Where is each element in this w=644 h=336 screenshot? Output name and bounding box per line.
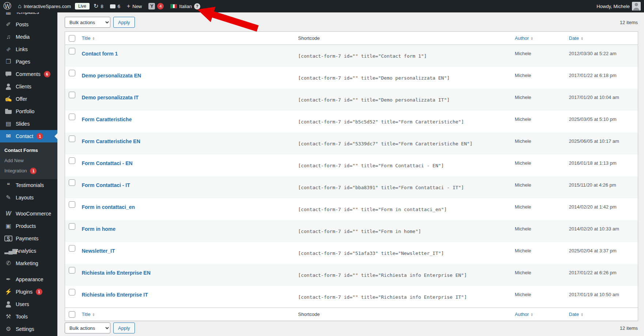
sidebar-item-marketing[interactable]: ✆Marketing — [0, 257, 57, 270]
sidebar-item-payments[interactable]: $Payments — [0, 232, 57, 245]
select-all-checkbox-top[interactable] — [69, 35, 75, 42]
sort-by-date-header[interactable]: Date ▲▼ — [569, 35, 583, 41]
table-row: Form Contattaci - EN[contact-form-7 id="… — [65, 154, 638, 176]
form-title-link[interactable]: Form in home — [82, 226, 116, 232]
submenu-item-add-new[interactable]: Add New — [0, 156, 57, 166]
author-text: Michele — [511, 45, 565, 67]
media-icon: ♫ — [4, 34, 12, 40]
sort-by-date-footer[interactable]: Date ▲▼ — [569, 312, 583, 317]
form-title-link[interactable]: Richiesta info Enterprise EN — [82, 270, 151, 276]
home-icon: ⌂ — [18, 3, 22, 9]
submenu-item-integration[interactable]: Integration1 — [0, 166, 57, 176]
language-help-badge[interactable]: ? — [194, 3, 200, 9]
apply-button-bottom[interactable]: Apply — [113, 322, 135, 333]
seo-notifications[interactable]: Y 4 — [145, 0, 167, 12]
account-menu[interactable]: Howdy, Michele — [593, 0, 644, 12]
sidebar-item-label: Layouts — [16, 195, 34, 201]
sidebar-item-plugins[interactable]: ⚡Plugins1 — [0, 286, 57, 298]
form-title-link[interactable]: Form in contattaci_en — [82, 204, 135, 210]
sidebar-item-appearance[interactable]: ✒Appearance — [0, 273, 57, 286]
sort-arrows-icon: ▲▼ — [531, 37, 533, 40]
row-checkbox[interactable] — [69, 92, 75, 98]
comments-link[interactable]: 6 — [107, 0, 124, 12]
date-text: 2014/02/20 at 1:42 pm — [565, 198, 638, 220]
notification-badge: 1 — [37, 133, 43, 140]
bulk-actions-select-top[interactable]: Bulk actions — [65, 17, 110, 28]
menu-separator — [0, 270, 57, 273]
sidebar-item-slides[interactable]: ▤Slides — [0, 118, 57, 130]
sidebar-item-products[interactable]: ▣Products — [0, 220, 57, 232]
form-title-link[interactable]: Form Caratteristiche EN — [82, 138, 140, 144]
sort-arrows-icon: ▲▼ — [92, 37, 95, 40]
row-checkbox[interactable] — [69, 48, 75, 54]
row-checkbox[interactable] — [69, 201, 75, 208]
sidebar-item-users[interactable]: Users — [0, 298, 57, 310]
sidebar-item-clients[interactable]: Clients — [0, 80, 57, 93]
sidebar-item-comments[interactable]: Comments6 — [0, 68, 57, 80]
sidebar-item-offer[interactable]: ✍Offer — [0, 93, 57, 105]
author-text: Michele — [511, 286, 565, 308]
sort-by-author-footer[interactable]: Author ▲▼ — [515, 312, 533, 317]
form-title-link[interactable]: Richiesta info Enterprise IT — [82, 292, 148, 298]
form-title-link[interactable]: Newsletter_IT — [82, 248, 115, 254]
sidebar-item-woocommerce[interactable]: WWooCommerce — [0, 207, 57, 220]
author-column-label: Author — [515, 35, 529, 41]
form-title-link[interactable]: Demo personalizzata IT — [82, 95, 139, 100]
date-text: 2016/01/18 at 1:13 pm — [565, 154, 638, 176]
row-checkbox[interactable] — [69, 267, 75, 274]
row-checkbox[interactable] — [69, 245, 75, 252]
sidebar-item-portfolio[interactable]: Portfolio — [0, 105, 57, 118]
language-switcher[interactable]: Italian ? — [167, 0, 204, 12]
sort-by-author-header[interactable]: Author ▲▼ — [515, 35, 533, 41]
sidebar-item-links[interactable]: ∞Links — [0, 43, 57, 56]
bulk-actions-select-bottom[interactable]: Bulk actions — [65, 322, 110, 333]
row-checkbox[interactable] — [69, 70, 75, 76]
site-name-link[interactable]: ⌂ InteractiveSpares.com — [15, 0, 74, 12]
admin-bar: Ⓦ ⌂ InteractiveSpares.com Live ↻ 8 6 + N… — [0, 0, 644, 12]
form-title-link[interactable]: Contact form 1 — [82, 51, 118, 57]
contact-forms-list-page: Bulk actions Apply 12 items Title ▲▼ Sho… — [57, 12, 644, 336]
sidebar-item-label: Analytics — [16, 248, 36, 254]
sidebar-item-label: Appearance — [16, 276, 43, 282]
updates-link[interactable]: ↻ 8 — [90, 0, 107, 12]
form-title-link[interactable]: Form Caratteristiche — [82, 117, 132, 122]
shortcode-text: [contact-form-7 id="" title="Demo person… — [295, 89, 511, 111]
form-title-link[interactable]: Form Contattaci - IT — [82, 182, 130, 188]
sidebar-item-label: Slides — [16, 121, 30, 127]
sort-arrows-icon: ▲▼ — [581, 37, 583, 40]
sidebar-item-media[interactable]: ♫Media — [0, 31, 57, 43]
row-checkbox[interactable] — [69, 135, 75, 142]
row-checkbox[interactable] — [69, 289, 75, 295]
sidebar-item-testimonials[interactable]: ❝Testimonials — [0, 179, 57, 191]
row-checkbox[interactable] — [69, 157, 75, 164]
sidebar-item-settings[interactable]: ⚙Settings — [0, 323, 57, 335]
sort-by-title-footer[interactable]: Title ▲▼ — [82, 312, 95, 317]
site-name: InteractiveSpares.com — [24, 4, 71, 9]
megaphone-icon: ✆ — [4, 260, 12, 266]
sidebar-item-posts[interactable]: ✐Posts — [0, 18, 57, 31]
sidebar-item-label: Links — [16, 46, 28, 52]
sort-by-title-header[interactable]: Title ▲▼ — [82, 35, 95, 41]
sidebar-item-label: Users — [16, 301, 29, 307]
apply-button-top[interactable]: Apply — [113, 17, 135, 28]
sidebar-item-contact[interactable]: ✉Contact1 — [0, 130, 57, 142]
sidebar-item-templates[interactable]: ▦Templates — [0, 12, 57, 18]
sidebar-item-analytics[interactable]: ▂▄▆Analytics — [0, 245, 57, 257]
slides-icon: ▤ — [4, 121, 12, 127]
submenu-item-contact-forms[interactable]: Contact Forms — [0, 145, 57, 156]
row-checkbox[interactable] — [69, 114, 75, 120]
envelope-icon: ✉ — [4, 133, 12, 139]
row-checkbox[interactable] — [69, 223, 75, 230]
sidebar-item-pages[interactable]: ❐Pages — [0, 56, 57, 68]
new-content-link[interactable]: + New — [124, 0, 145, 12]
form-title-link[interactable]: Form Contattaci - EN — [82, 160, 133, 166]
table-row: Demo personalizzata IT[contact-form-7 id… — [65, 89, 638, 111]
wordpress-logo[interactable]: Ⓦ — [0, 0, 15, 12]
sidebar-item-tools[interactable]: ⚒Tools — [0, 310, 57, 323]
select-all-checkbox-bottom[interactable] — [69, 311, 75, 318]
products-box-icon: ▣ — [4, 223, 12, 229]
sidebar-item-layouts[interactable]: ✎Layouts — [0, 191, 57, 204]
date-text: 2017/01/22 at 6:26 pm — [565, 264, 638, 286]
row-checkbox[interactable] — [69, 179, 75, 186]
form-title-link[interactable]: Demo personalizzata EN — [82, 73, 141, 79]
